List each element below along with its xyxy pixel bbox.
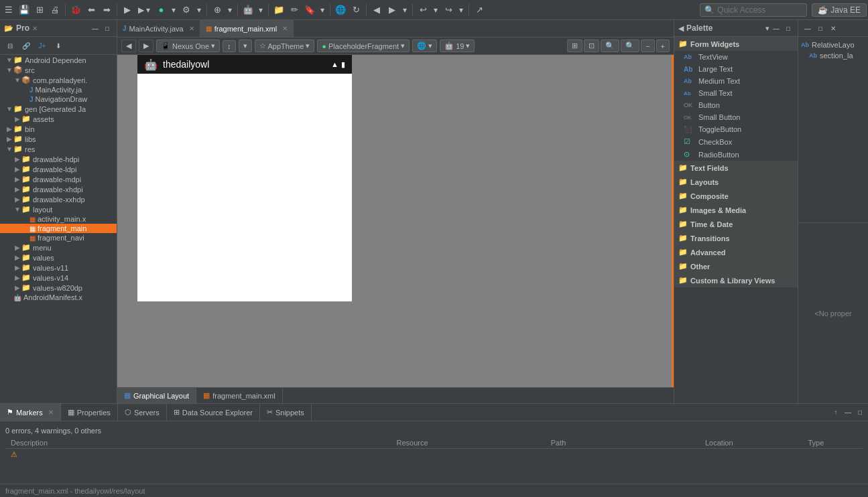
maximize-right-button[interactable]: □ [815,23,826,33]
tree-item-androidmanifest[interactable]: 🤖 AndroidManifest.x [0,293,117,302]
more-button[interactable]: ↗ [472,3,487,17]
tree-item-values[interactable]: ▶ 📁 values [0,253,117,263]
tree-item-libs[interactable]: ▶ 📁 libs [0,134,117,144]
tree-item-navigationdraw[interactable]: J NavigationDraw [0,94,117,104]
run-green-button[interactable]: ● [153,3,168,17]
close-project-icon[interactable]: ✕ [32,25,38,32]
profile-button[interactable]: ⚙ [179,3,194,17]
tree-item-src[interactable]: ▼ 📦 src [0,65,117,75]
java-ee-button[interactable]: ☕ Java EE [812,3,867,17]
close-tab-icon[interactable]: ✕ [282,25,288,32]
tree-item-res[interactable]: ▼ 📁 res [0,144,117,154]
theme-selector[interactable]: ☆ AppTheme ▾ [255,40,315,52]
close-tab-icon[interactable]: ✕ [48,409,54,416]
zoom-fit2-button[interactable]: + [656,40,670,52]
palette-dropdown-icon[interactable]: ▾ [765,24,769,33]
folder-button[interactable]: 📁 [271,3,286,17]
tree-item-bin[interactable]: ▶ 📁 bin [0,124,117,134]
palette-item-large-text[interactable]: Ab Large Text [674,63,798,75]
undo-button[interactable]: ↩ [416,3,430,17]
tree-item-drawable-hdpi[interactable]: ▶ 📁 drawable-hdpi [0,154,117,164]
tab-data-source[interactable]: ⊞ Data Source Explorer [167,404,260,421]
palette-item-medium-text[interactable]: Ab Medium Text [674,75,798,87]
tree-item-drawable-mdpi[interactable]: ▶ 📁 drawable-mdpi [0,174,117,184]
tree-item-values-v14[interactable]: ▶ 📁 values-v14 [0,273,117,283]
rotate-dropdown[interactable]: ▾ [239,40,252,52]
palette-section-images-media[interactable]: 📁 Images & Media [674,203,798,217]
bottom-close-button[interactable]: □ [855,407,865,418]
palette-item-checkbox[interactable]: ☑ CheckBox [674,135,798,148]
debug-button[interactable]: 🐞 [68,3,83,17]
coverage-dropdown[interactable]: ▾ [225,4,235,16]
tree-item-values-v11[interactable]: ▶ 📁 values-v11 [0,263,117,273]
android-button[interactable]: 🤖 [241,3,255,17]
palette-section-form-widgets[interactable]: 📁 Form Widgets [674,37,798,51]
redo-dropdown[interactable]: ▾ [456,4,466,16]
palette-item-toggle-button[interactable]: ⬛ ToggleButton [674,123,798,135]
palette-section-text-fields[interactable]: 📁 Text Fields [674,161,798,175]
save-button[interactable]: 💾 [17,3,32,17]
tab-fragment-main-xml[interactable]: ▦ fragment_main.xml [196,388,283,403]
palette-section-other[interactable]: 📁 Other [674,259,798,273]
minimize-right-button[interactable]: — [802,23,813,33]
api-level-selector[interactable]: 🤖 19 ▾ [440,40,475,52]
device-selector[interactable]: 📱 Nexus One ▾ [156,40,220,52]
tree-item-fragment-navi[interactable]: ▦ fragment_navi [0,233,117,242]
palette-item-small-button[interactable]: OK Small Button [674,111,798,123]
run-green-dropdown[interactable]: ▾ [169,4,178,16]
tree-item-android-dep[interactable]: ▼ 📁 Android Dependen [0,55,117,65]
palette-section-layouts[interactable]: 📁 Layouts [674,175,798,189]
tree-item-fragment-main[interactable]: ▦ fragment_main [0,224,117,233]
forward-button[interactable]: ➡ [99,3,114,17]
zoom-out-button[interactable]: 🔍 [621,40,639,52]
tree-item-mainactivity[interactable]: J MainActivity.ja [0,85,117,94]
close-right-button[interactable]: ✕ [828,23,839,33]
tree-item-drawable-ldpi[interactable]: ▶ 📁 drawable-ldpi [0,164,117,174]
rotate-button[interactable]: ↕ [223,40,236,52]
tree-item-gen[interactable]: ▼ 📁 gen [Generated Ja [0,104,117,114]
collapse-all-button[interactable]: ⊟ [3,38,17,53]
next-edit-button[interactable]: ▶ [385,3,399,17]
tree-item-assets[interactable]: ▶ 📁 assets [0,114,117,124]
link-editor-button[interactable]: 🔗 [19,38,34,53]
tree-item-com-prahladyeri[interactable]: ▼ 📦 com.prahladyeri. [0,75,117,85]
tree-item-values-w820dp[interactable]: ▶ 📁 values-w820dp [0,283,117,293]
palette-item-button[interactable]: OK Button [674,99,798,111]
palette-section-time-date[interactable]: 📁 Time & Date [674,217,798,231]
tree-item-menu[interactable]: ▶ 📁 menu [0,242,117,253]
pencil-button[interactable]: ✏ [287,3,302,17]
zoom-actual-button[interactable]: ⊡ [584,40,599,52]
quick-access-input[interactable] [717,5,802,15]
tab-properties[interactable]: ▦ Properties [61,404,118,421]
tab-snippets[interactable]: ✂ Snippets [260,404,312,421]
nav-dropdown[interactable]: ▾ [400,4,410,16]
close-tab-icon[interactable]: ✕ [189,25,194,32]
bottom-maximize-button[interactable]: — [843,407,853,418]
print-button[interactable]: 🖨 [48,3,62,17]
tree-item-drawable-xhdpi[interactable]: ▶ 📁 drawable-xhdpi [0,184,117,194]
bookmark-dropdown[interactable]: ▾ [318,4,327,16]
locale-button[interactable]: 🌐 ▾ [412,40,437,52]
palette-item-small-text[interactable]: Ab Small Text [674,87,798,99]
prev-edit-button[interactable]: ◀ [369,3,384,17]
profile-dropdown[interactable]: ▾ [194,4,204,16]
palette-section-composite[interactable]: 📁 Composite [674,189,798,203]
palette-back-icon[interactable]: ◀ [678,24,684,33]
tree-item-layout[interactable]: ▼ 📁 layout [0,204,117,214]
tab-graphical-layout[interactable]: ▦ Graphical Layout [117,388,196,403]
tab-fragment-main[interactable]: ▦ fragment_main.xml ✕ [200,20,294,37]
bookmark-button[interactable]: 🔖 [302,3,317,17]
run-last-button[interactable]: ▶ [120,3,135,17]
minimize-palette-button[interactable]: — [771,23,782,33]
palette-section-custom-views[interactable]: 📁 Custom & Library Views [674,273,798,287]
new-button[interactable]: ☰ [1,3,16,17]
nav-back-button[interactable]: ◀ [121,40,136,52]
outline-item-section-la[interactable]: Ab section_la [801,50,865,61]
palette-item-textview[interactable]: Ab TextView [674,51,798,63]
zoom-100-button[interactable]: − [641,40,654,52]
tab-mainactivity[interactable]: J MainActivity.java ✕ [117,20,200,37]
maximize-palette-button[interactable]: □ [783,23,794,33]
run-dropdown[interactable]: ▶ ▾ [135,4,153,16]
back-button[interactable]: ⬅ [84,3,99,17]
refresh-button[interactable]: ↻ [349,3,363,17]
